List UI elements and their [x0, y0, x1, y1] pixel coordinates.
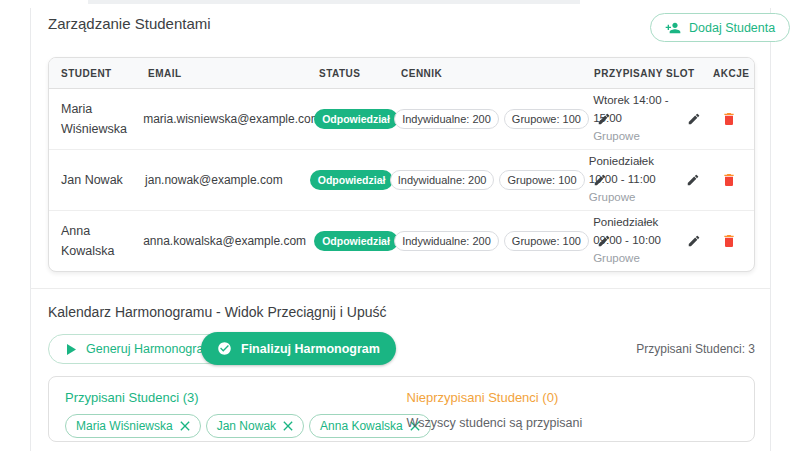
- pricing-individual-chip: Indywidualne: 200: [394, 231, 499, 251]
- delete-student-icon[interactable]: [719, 170, 739, 190]
- slot-cell: Wtorek 14:00 - 15:00 Grupowe: [587, 92, 704, 145]
- pricing-group-chip: Grupowe: 100: [504, 109, 589, 129]
- student-name: Anna Kowalska: [49, 221, 131, 261]
- content-left-border: [30, 8, 31, 451]
- student-email: maria.wisniewska@example.com: [131, 112, 302, 126]
- person-add-icon: [665, 20, 681, 36]
- unassigned-students-column: Nieprzypisani Studenci (0) Wszyscy stude…: [402, 390, 739, 428]
- check-circle-icon: [217, 341, 232, 356]
- section-title-calendar: Kalendarz Harmonogramu - Widok Przeciągn…: [48, 304, 386, 320]
- edit-slot-icon[interactable]: [684, 109, 704, 129]
- generate-schedule-label: Generuj Harmonogram: [86, 342, 214, 356]
- assigned-student-chip[interactable]: Jan Nowak: [206, 414, 304, 438]
- assignment-panel: Przypisani Studenci (3) Maria Wiśniewska…: [48, 376, 755, 442]
- pricing-individual-chip: Indywidualne: 200: [394, 109, 499, 129]
- add-student-label: Dodaj Studenta: [689, 21, 775, 35]
- section-divider: [30, 288, 770, 289]
- play-icon: [66, 344, 76, 355]
- finalize-schedule-label: Finalizuj Harmonogram: [241, 342, 380, 356]
- table-row: Jan Nowak jan.nowak@example.com Odpowied…: [49, 150, 754, 211]
- pricing-group-chip: Grupowe: 100: [499, 170, 584, 190]
- assigned-student-chip[interactable]: Maria Wiśniewska: [65, 414, 201, 438]
- col-header-slot: PRZYPISANY SLOT: [582, 68, 701, 79]
- col-header-pricing: CENNIK: [389, 68, 582, 79]
- unassigned-students-title: Nieprzypisani Studenci (0): [407, 390, 739, 405]
- finalize-schedule-button[interactable]: Finalizuj Harmonogram: [201, 332, 396, 365]
- pricing-individual-chip: Indywidualne: 200: [390, 170, 495, 190]
- pricing-group-chip: Grupowe: 100: [504, 231, 589, 251]
- remove-chip-icon[interactable]: [180, 421, 190, 431]
- pricing-cell: Indywidualne: 200 Grupowe: 100: [384, 231, 587, 251]
- section-title-student-management: Zarządzanie Studentami: [48, 15, 211, 32]
- student-name: Maria Wiśniewska: [49, 99, 131, 139]
- add-student-button[interactable]: Dodaj Studenta: [650, 13, 790, 42]
- delete-student-icon[interactable]: [719, 231, 739, 251]
- col-header-actions: AKCJE: [701, 68, 754, 79]
- slot-time: Wtorek 14:00 - 15:00: [593, 92, 682, 128]
- student-email: anna.kowalska@example.com: [131, 234, 302, 248]
- assigned-students-column: Przypisani Studenci (3) Maria Wiśniewska…: [65, 390, 402, 428]
- slot-type: Grupowe: [589, 189, 681, 207]
- slot-time: Poniedziałek 10:00 - 11:00: [589, 153, 681, 189]
- slot-cell: Poniedziałek 10:00 - 11:00 Grupowe: [583, 153, 703, 206]
- slot-time: Poniedziałek 09:00 - 10:00: [593, 214, 682, 250]
- slot-cell: Poniedziałek 09:00 - 10:00 Grupowe: [587, 214, 704, 267]
- delete-student-icon[interactable]: [719, 109, 739, 129]
- table-row: Maria Wiśniewska maria.wisniewska@exampl…: [49, 89, 754, 150]
- students-table: STUDENT EMAIL STATUS CENNIK PRZYPISANY S…: [48, 57, 755, 272]
- col-header-email: EMAIL: [136, 68, 307, 79]
- edit-slot-icon[interactable]: [683, 170, 703, 190]
- assigned-students-count: Przypisani Studenci: 3: [636, 342, 755, 356]
- assigned-chips-row: Maria Wiśniewska Jan Nowak Anna Kowalska: [65, 414, 402, 438]
- pricing-cell: Indywidualne: 200 Grupowe: 100: [380, 170, 583, 190]
- col-header-status: STATUS: [307, 68, 389, 79]
- col-header-student: STUDENT: [49, 68, 136, 79]
- unassigned-students-message: Wszyscy studenci są przypisani: [407, 416, 739, 430]
- assigned-students-title: Przypisani Studenci (3): [65, 390, 402, 405]
- remove-chip-icon[interactable]: [283, 421, 293, 431]
- slot-type: Grupowe: [593, 250, 682, 268]
- assigned-student-chip-label: Maria Wiśniewska: [76, 419, 173, 433]
- edit-slot-icon[interactable]: [684, 231, 704, 251]
- slot-type: Grupowe: [593, 128, 682, 146]
- student-name: Jan Nowak: [49, 170, 133, 190]
- top-content-remnant: [88, 0, 580, 4]
- table-header-row: STUDENT EMAIL STATUS CENNIK PRZYPISANY S…: [49, 58, 754, 89]
- student-email: jan.nowak@example.com: [133, 173, 298, 187]
- assigned-student-chip-label: Jan Nowak: [217, 419, 276, 433]
- content-right-border: [770, 8, 771, 451]
- pricing-cell: Indywidualne: 200 Grupowe: 100: [384, 109, 587, 129]
- table-row: Anna Kowalska anna.kowalska@example.com …: [49, 211, 754, 271]
- assigned-student-chip-label: Anna Kowalska: [320, 419, 403, 433]
